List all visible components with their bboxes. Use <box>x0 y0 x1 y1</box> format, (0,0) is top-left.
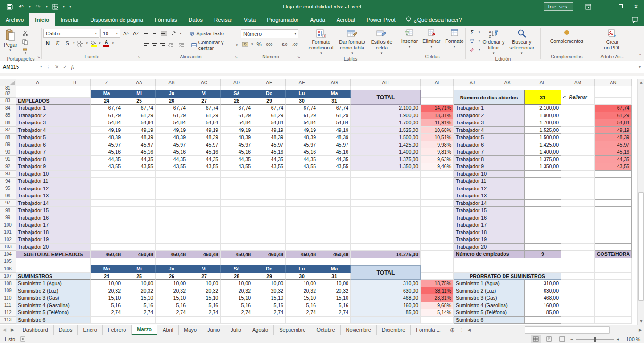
col-header-AM[interactable]: AM <box>561 79 595 86</box>
cell-worker-total2-102[interactable] <box>524 236 561 244</box>
hscroll-left-icon[interactable]: ◀ <box>465 325 473 335</box>
vertical-scroll-thumb[interactable] <box>638 192 644 301</box>
cell-worker-daily-85[interactable]: 61,29 <box>156 112 188 120</box>
sheet-tab-octubre[interactable]: Octubre <box>311 325 340 335</box>
cell-worker-total2-103[interactable] <box>524 244 561 251</box>
cell-supply-daily-109[interactable]: 20,32 <box>91 287 123 295</box>
cell-worker-daily-88[interactable]: 48,39 <box>318 134 351 141</box>
undo-chevron-icon[interactable]: ▾ <box>27 5 32 8</box>
cell-worker-daily-84[interactable]: 67,74 <box>156 105 188 112</box>
cell-worker-daily-87[interactable]: 49,19 <box>188 127 221 134</box>
cell-supply-daily-110[interactable]: 15,10 <box>123 294 156 302</box>
cell-AM98[interactable] <box>561 207 595 214</box>
cell-worker-name-85[interactable]: Trabajador 2 <box>16 112 91 120</box>
sheet-tab-julio[interactable]: Julio <box>225 325 247 335</box>
vertical-scrollbar[interactable]: ▲ ▼ <box>637 79 644 325</box>
cell-r105[interactable] <box>318 258 351 266</box>
cell-worker-daily-91[interactable]: 44,35 <box>253 156 286 163</box>
col-header-AC[interactable]: AC <box>188 79 221 86</box>
cell-supply-daily-109[interactable]: 20,32 <box>188 287 221 295</box>
cell-worker-name-93[interactable]: Trabajador 10 <box>16 171 91 178</box>
cell-supply-total-111[interactable]: 160,00 <box>351 302 421 310</box>
cell-subtotal-total[interactable]: 14.275,00 <box>351 251 421 258</box>
ribbon-tab-disposici-n-de-p-gina[interactable]: Disposición de página <box>84 13 149 26</box>
cell-worker-daily-101[interactable] <box>188 229 221 237</box>
cell-worker-cost-87[interactable]: 49,19 <box>595 127 632 134</box>
cell-supply-daily-112[interactable]: 2,74 <box>221 309 253 317</box>
cell-worker-daily-89[interactable]: 45,97 <box>286 141 318 149</box>
cell-worker-name2-99[interactable]: Trabajador 16 <box>454 214 524 222</box>
cell-worker-daily-85[interactable]: 61,29 <box>188 112 221 120</box>
row-header-86[interactable]: 86 <box>0 119 16 127</box>
cell-worker-daily-92[interactable]: 43,55 <box>188 163 221 171</box>
cell-open-days-label[interactable]: Número de días abiertos <box>454 90 524 105</box>
cancel-icon[interactable]: ✕ <box>55 64 59 70</box>
row-header-100[interactable]: 100 <box>0 221 16 229</box>
cell-r81[interactable] <box>524 86 561 90</box>
cell-worker-name-90[interactable]: Trabajador 7 <box>16 148 91 156</box>
cell-worker-daily-86[interactable]: 54,84 <box>91 119 123 127</box>
qat-customize-icon[interactable]: ▾ <box>66 5 74 8</box>
cell-subtotal-daily[interactable]: 460,48 <box>221 251 253 258</box>
italic-button[interactable]: K <box>53 39 62 48</box>
cell-AN107[interactable] <box>595 273 632 280</box>
cell-worker-name-102[interactable]: Trabajador 19 <box>16 236 91 244</box>
font-name-combo[interactable]: Calibri▾ <box>43 29 99 38</box>
name-box-splitter[interactable]: ⋮ <box>45 61 51 73</box>
cell-worker-daily-95[interactable] <box>123 185 156 193</box>
cell-worker-daily-95[interactable] <box>188 185 221 193</box>
cell-supply-prorrateo-108[interactable]: 310,00 <box>524 280 561 287</box>
row-header-84[interactable]: 84 <box>0 105 16 112</box>
cell-sup-day-date-8[interactable]: 31 <box>318 273 351 280</box>
cell-worker-daily-90[interactable]: 45,16 <box>318 148 351 156</box>
restore-button[interactable] <box>612 0 628 13</box>
cell-worker-daily-98[interactable] <box>123 207 156 214</box>
find-select-button[interactable]: Buscar y seleccionar▾ <box>507 27 537 57</box>
cell-worker-total-92[interactable]: 1.350,00 <box>351 163 421 171</box>
cell-worker-total2-87[interactable]: 1.525,00 <box>524 127 561 134</box>
cell-worker-name-88[interactable]: Trabajador 5 <box>16 134 91 141</box>
cell-worker-cost-90[interactable]: 45,16 <box>595 148 632 156</box>
cell-worker-cost-93[interactable] <box>595 171 632 178</box>
cell-worker-daily-86[interactable]: 54,84 <box>286 119 318 127</box>
insert-function-icon[interactable]: fx <box>71 65 74 70</box>
cell-worker-daily-102[interactable] <box>221 236 253 244</box>
cell-worker-daily-97[interactable] <box>123 200 156 207</box>
cell-worker-daily-96[interactable] <box>221 192 253 200</box>
cell-worker-daily-99[interactable] <box>123 214 156 222</box>
cell-supply-prorrateo-110[interactable]: 468,00 <box>524 294 561 302</box>
cell-worker-daily-86[interactable]: 54,84 <box>156 119 188 127</box>
redo-icon[interactable]: ↷ <box>33 1 44 12</box>
cell-worker-daily-87[interactable]: 49,19 <box>286 127 318 134</box>
cell-AN109[interactable] <box>595 287 632 295</box>
ribbon-tab-archivo[interactable]: Archivo <box>0 13 29 26</box>
cell-worker-pct-97[interactable] <box>421 200 454 207</box>
cell-worker-total-98[interactable] <box>351 207 421 214</box>
format-as-table-button[interactable]: Dar formato como tabla▾ <box>337 27 367 57</box>
ribbon-tab-datos[interactable]: Datos <box>183 13 208 26</box>
cell-sup-day-date-6[interactable]: 29 <box>253 273 286 280</box>
col-header-AL[interactable]: AL <box>524 79 561 86</box>
format-cells-button[interactable]: Formato▾ <box>443 27 466 50</box>
cell-supply-daily-112[interactable]: 2,74 <box>188 309 221 317</box>
cell-worker-daily-87[interactable]: 49,19 <box>221 127 253 134</box>
cell-day-name-4[interactable]: Vi <box>188 90 221 98</box>
cell-worker-pct-95[interactable] <box>421 185 454 193</box>
cell-supply-name2-111[interactable]: Suministro 4 (Gasolina) <box>454 302 524 310</box>
cell-worker-daily-96[interactable] <box>123 192 156 200</box>
cell-worker-total-85[interactable]: 1.900,00 <box>351 112 421 120</box>
cell-worker-total-90[interactable]: 1.400,00 <box>351 148 421 156</box>
merge-center-button[interactable]: Combinar y centrar▾ <box>191 40 238 51</box>
col-header-AI[interactable]: AI <box>421 79 454 86</box>
cell-worker-name-87[interactable]: Trabajador 4 <box>16 127 91 134</box>
sheet-nav-left-icon[interactable]: ◀ <box>3 327 6 332</box>
cell-worker-total2-96[interactable] <box>524 192 561 200</box>
cell-worker-pct-85[interactable]: 13,31% <box>421 112 454 120</box>
cell-worker-pct-91[interactable]: 9,63% <box>421 156 454 163</box>
cell-open-days-value[interactable]: 31 <box>524 90 561 105</box>
cell-worker-name-84[interactable]: Trabajador 1 <box>16 105 91 112</box>
cell-worker-daily-84[interactable]: 67,74 <box>318 105 351 112</box>
cell-AI106[interactable] <box>421 265 454 273</box>
cell-worker-pct-87[interactable]: 10,68% <box>421 127 454 134</box>
cell-AM112[interactable] <box>561 309 595 317</box>
